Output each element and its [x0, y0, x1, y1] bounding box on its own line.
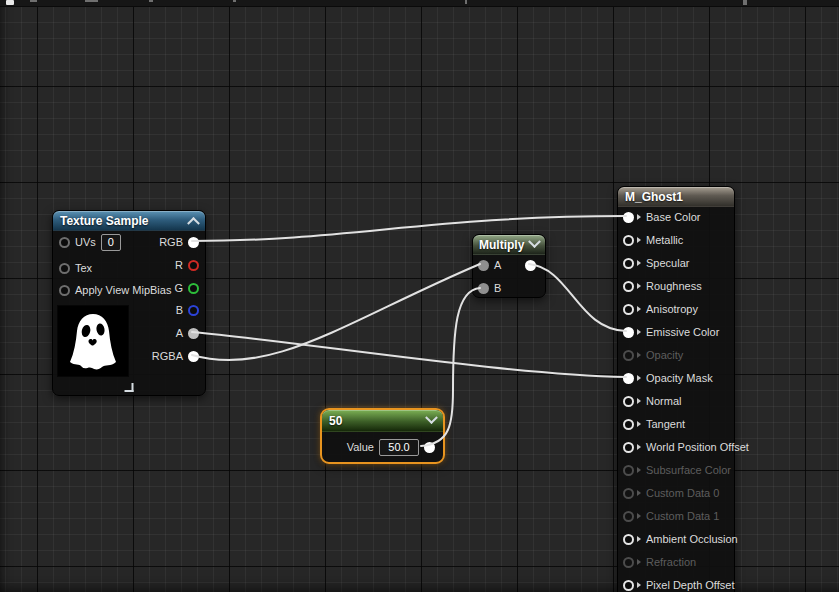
metallic-label: Metallic [646, 234, 683, 246]
rgba-label: RGBA [152, 350, 183, 362]
rgb-output-pin[interactable] [188, 237, 199, 248]
ghost-texture-thumbnail[interactable] [57, 305, 129, 377]
constant-header[interactable]: 50 [322, 410, 443, 432]
world-position-offset-pin[interactable] [623, 442, 634, 453]
emissive-color-pin[interactable] [623, 327, 634, 338]
multiply-header[interactable]: Multiply [473, 235, 545, 255]
result-pin-row: Base Color [623, 206, 700, 228]
tangent-label: Tangent [646, 418, 685, 430]
result-pin-row: Opacity Mask [623, 367, 713, 389]
pin-arrow-icon [637, 444, 641, 450]
mipbias-label: Apply View MipBias [75, 284, 171, 296]
pin-arrow-icon [637, 283, 641, 289]
toolbar-icon-fragment[interactable] [6, 0, 14, 5]
texture-sample-header[interactable]: Texture Sample [53, 211, 205, 231]
wire-rgba-to-multiply-a[interactable] [192, 264, 480, 360]
dropdown-chevron-icon[interactable] [425, 411, 438, 424]
pin-row-a: A [176, 322, 199, 344]
rgba-output-pin[interactable] [188, 351, 199, 362]
result-pin-row: Emissive Color [623, 321, 719, 343]
pin-row-mipbias: Apply View MipBias [59, 279, 171, 301]
pin-row-multiply-a: A [478, 254, 501, 276]
pin-row-r: R [175, 254, 199, 276]
pin-arrow-icon [637, 237, 641, 243]
result-pin-row: Roughness [623, 275, 702, 297]
pin-row-multiply-out [525, 254, 536, 276]
custom-data-1-pin [623, 511, 634, 522]
result-pin-row: Subsurface Color [623, 459, 731, 481]
normal-pin[interactable] [623, 396, 634, 407]
constant-output-pin[interactable] [424, 442, 435, 453]
mipbias-input-pin[interactable] [59, 285, 70, 296]
metallic-pin[interactable] [623, 235, 634, 246]
g-output-pin[interactable] [188, 283, 199, 294]
node-constant-50[interactable]: 50 Value 50.0 [320, 408, 445, 464]
pin-arrow-icon [637, 398, 641, 404]
toolbar-icon-fragment[interactable] [30, 0, 37, 2]
r-label: R [175, 259, 183, 271]
roughness-pin[interactable] [623, 281, 634, 292]
pin-arrow-icon [637, 559, 641, 565]
pixel-depth-offset-pin[interactable] [623, 580, 634, 591]
toolbar-icon-fragment[interactable] [465, 0, 467, 4]
anisotropy-label: Anisotropy [646, 303, 698, 315]
pin-arrow-icon [637, 375, 641, 381]
tex-input-pin[interactable] [59, 263, 70, 274]
pin-arrow-icon [637, 329, 641, 335]
result-title: M_Ghost1 [625, 190, 683, 204]
toolbar-icon-fragment[interactable] [743, 0, 747, 5]
tangent-pin[interactable] [623, 419, 634, 430]
multiply-output-pin[interactable] [525, 260, 536, 271]
pin-row-uvs: UVs 0 [59, 231, 121, 253]
pin-row-b: B [176, 299, 199, 321]
wire-rgb-to-base-color[interactable] [192, 216, 626, 241]
pin-arrow-icon [637, 421, 641, 427]
node-texture-sample[interactable]: Texture Sample UVs 0 Tex Apply View MipB… [52, 210, 206, 396]
custom-data-1-label: Custom Data 1 [646, 510, 719, 522]
result-pin-row: Refraction [623, 551, 696, 573]
node-result-m-ghost1[interactable]: M_Ghost1 Base Color Metallic Specular Ro… [617, 186, 735, 592]
tex-label: Tex [75, 262, 92, 274]
result-pin-row: Metallic [623, 229, 683, 251]
multiply-a-label: A [494, 259, 501, 271]
multiply-b-input-pin[interactable] [478, 283, 489, 294]
opacity-mask-pin[interactable] [623, 373, 634, 384]
node-multiply[interactable]: Multiply A B [472, 234, 546, 298]
a-label: A [176, 327, 183, 339]
multiply-b-label: B [494, 282, 501, 294]
toolbar-icon-fragment[interactable] [85, 0, 98, 2]
multiply-title: Multiply [479, 238, 524, 252]
dropdown-chevron-icon[interactable] [528, 235, 541, 248]
emissive-color-label: Emissive Color [646, 326, 719, 338]
ambient-occlusion-pin[interactable] [623, 534, 634, 545]
uvs-input-pin[interactable] [59, 237, 70, 248]
b-output-pin[interactable] [188, 305, 199, 316]
result-header[interactable]: M_Ghost1 [618, 187, 734, 207]
constant-value-row: Value 50.0 [322, 436, 443, 458]
toolbar-icon-fragment[interactable] [149, 0, 153, 2]
result-pin-row: Pixel Depth Offset [623, 574, 734, 592]
uvs-value-box[interactable]: 0 [101, 234, 121, 251]
refraction-label: Refraction [646, 556, 696, 568]
material-graph-canvas[interactable]: Texture Sample UVs 0 Tex Apply View MipB… [0, 0, 839, 592]
result-pin-row: Opacity [623, 344, 683, 366]
normal-label: Normal [646, 395, 681, 407]
r-output-pin[interactable] [188, 260, 199, 271]
base-color-pin[interactable] [623, 212, 634, 223]
multiply-a-input-pin[interactable] [478, 260, 489, 271]
toolbar-icon-fragment[interactable] [233, 0, 236, 2]
anisotropy-pin[interactable] [623, 304, 634, 315]
specular-pin[interactable] [623, 258, 634, 269]
toolbar-strip [0, 0, 839, 7]
pin-arrow-icon [637, 582, 641, 588]
a-output-pin[interactable] [188, 328, 199, 339]
value-input[interactable]: 50.0 [379, 439, 419, 456]
pin-arrow-icon [637, 352, 641, 358]
expand-down-icon[interactable] [125, 383, 134, 392]
subsurface-color-label: Subsurface Color [646, 464, 731, 476]
wire-a-to-opacity-mask[interactable] [192, 332, 626, 377]
pin-arrow-icon [637, 513, 641, 519]
collapse-up-icon[interactable] [187, 217, 200, 230]
pin-row-multiply-b: B [478, 277, 501, 299]
custom-data-0-label: Custom Data 0 [646, 487, 719, 499]
